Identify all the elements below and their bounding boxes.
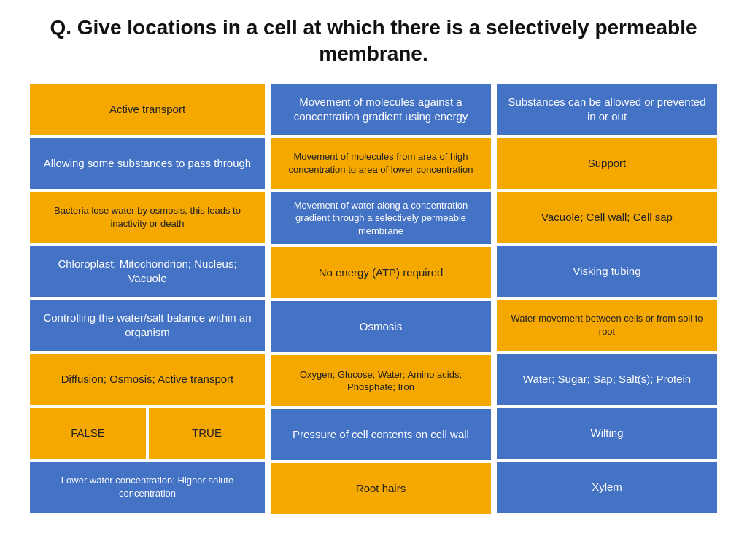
cell-vacuole-cellwall: Vacuole; Cell wall; Cell sap bbox=[497, 192, 717, 243]
main-grid: Active transport Allowing some substance… bbox=[27, 84, 720, 515]
cell-root-hairs: Root hairs bbox=[271, 463, 491, 514]
column-3: Substances can be allowed or prevented i… bbox=[494, 84, 720, 515]
cell-xylem: Xylem bbox=[497, 462, 717, 513]
cell-movement-water: Movement of water along a concentration … bbox=[271, 192, 491, 245]
cell-false: FALSE bbox=[30, 408, 146, 459]
cell-water-movement: Water movement between cells or from soi… bbox=[497, 300, 717, 351]
cell-support: Support bbox=[497, 138, 717, 189]
cell-water-sugar-sap: Water; Sugar; Sap; Salt(s); Protein bbox=[497, 354, 717, 405]
cell-substances-allowed: Substances can be allowed or prevented i… bbox=[497, 84, 717, 135]
column-2: Movement of molecules against a concentr… bbox=[268, 84, 494, 515]
cell-controlling-water: Controlling the water/salt balance withi… bbox=[30, 300, 265, 351]
cell-oxygen-glucose: Oxygen; Glucose; Water; Amino acids; Pho… bbox=[271, 355, 491, 406]
cell-lower-water: Lower water concentration; Higher solute… bbox=[30, 462, 265, 513]
cell-bacteria-water: Bacteria lose water by osmosis, this lea… bbox=[30, 192, 265, 243]
column-1: Active transport Allowing some substance… bbox=[27, 84, 268, 515]
cell-diffusion-osmosis: Diffusion; Osmosis; Active transport bbox=[30, 354, 265, 405]
page-title: Q. Give locations in a cell at which the… bbox=[45, 15, 702, 68]
cell-no-energy: No energy (ATP) required bbox=[271, 247, 491, 298]
cell-visking-tubing: Visking tubing bbox=[497, 246, 717, 297]
cell-active-transport: Active transport bbox=[30, 84, 265, 135]
cell-allowing-substances: Allowing some substances to pass through bbox=[30, 138, 265, 189]
cell-chloroplast: Chloroplast; Mitochondrion; Nucleus; Vac… bbox=[30, 246, 265, 297]
cell-true: TRUE bbox=[149, 408, 265, 459]
cell-movement-against: Movement of molecules against a concentr… bbox=[271, 84, 491, 135]
cell-movement-high-low: Movement of molecules from area of high … bbox=[271, 138, 491, 189]
cell-osmosis: Osmosis bbox=[271, 301, 491, 352]
cell-wilting: Wilting bbox=[497, 408, 717, 459]
cell-pressure: Pressure of cell contents on cell wall bbox=[271, 409, 491, 460]
cell-false-true-row: FALSE TRUE bbox=[30, 408, 265, 459]
